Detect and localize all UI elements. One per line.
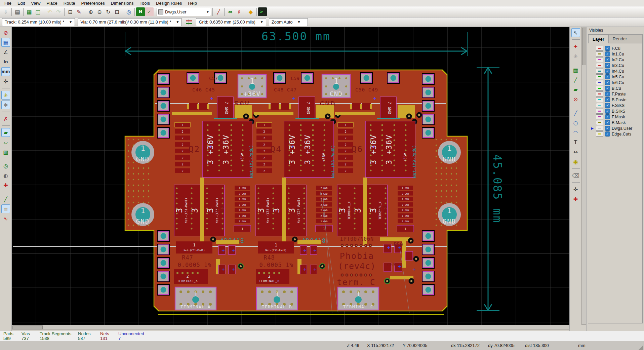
local-ratsnest-icon[interactable]: ✳ <box>571 52 580 61</box>
units-inch-icon[interactable]: In <box>1 57 10 66</box>
layer-selector-combo[interactable]: Dwgs.User ▼ <box>157 8 211 16</box>
layer-visibility-checkbox[interactable]: ✓ <box>605 131 610 137</box>
layer-color-swatch[interactable] <box>596 120 603 125</box>
add-keepout-icon[interactable]: ⊘ <box>571 95 580 104</box>
via-size-select[interactable]: Via: 0.70 mm (27.6 mils)/ 0.30 mm (11.8 … <box>78 18 182 26</box>
layer-visibility-checkbox[interactable]: ✓ <box>605 114 610 119</box>
layer-row-b-paste[interactable]: ✓B.Paste <box>589 97 642 103</box>
drc-off-icon[interactable]: ⊘ <box>1 28 10 37</box>
tab-render[interactable]: Render <box>609 35 631 43</box>
zoom-fit-icon[interactable]: ⊡ <box>113 7 121 16</box>
add-target-icon[interactable]: ◉ <box>571 157 580 166</box>
zoom-select[interactable]: Zoom Auto ▼ <box>269 18 308 26</box>
layer-row-b-mask[interactable]: ✓B.Mask <box>589 120 642 125</box>
save-icon[interactable]: ⇓ <box>1 7 10 16</box>
menu-help[interactable]: Help <box>185 0 200 6</box>
layer-row-in6-cu[interactable]: ✓In6.Cu <box>589 80 642 85</box>
menu-route[interactable]: Route <box>61 0 78 6</box>
layer-color-swatch[interactable] <box>596 46 603 51</box>
track-width-select[interactable]: Track: 0.254 mm (10.00 mils) * ▼ <box>2 18 75 26</box>
module-editor-icon[interactable]: ▦ <box>25 7 34 16</box>
tab-layer[interactable]: Layer <box>588 35 609 43</box>
layer-visibility-checkbox[interactable]: ✓ <box>605 120 610 125</box>
canvas-vscrollbar[interactable] <box>581 27 586 325</box>
pcb-canvas[interactable]: 1GND1GND1GND1GND1+36V1GND1TERMINAL_A1TER… <box>12 27 569 325</box>
menu-file[interactable]: File <box>1 0 14 6</box>
zoom-out-icon[interactable]: ⊖ <box>95 7 104 16</box>
layer-color-swatch[interactable] <box>596 126 603 131</box>
layer-row-in2-cu[interactable]: ✓In2.Cu <box>589 57 642 63</box>
layer-visibility-checkbox[interactable]: ✓ <box>605 103 610 108</box>
layer-color-swatch[interactable] <box>596 91 603 96</box>
layer-row-in3-cu[interactable]: ✓In3.Cu <box>589 63 642 68</box>
add-track-icon[interactable]: ╱ <box>571 75 580 84</box>
layer-visibility-checkbox[interactable]: ✓ <box>605 80 610 85</box>
layer-visibility-checkbox[interactable]: ✓ <box>605 126 610 131</box>
sketch-tracks-icon[interactable]: ╱ <box>1 195 10 203</box>
layer-visibility-checkbox[interactable]: ✓ <box>605 91 610 96</box>
layer-row-dwgs-user[interactable]: ▶✓Dwgs.User <box>589 125 642 131</box>
netlist-icon[interactable]: N <box>136 7 145 16</box>
auto-track-delete-icon[interactable]: ✗ <box>1 114 10 123</box>
show-grid-icon[interactable]: ▦ <box>1 38 10 47</box>
layer-visibility-checkbox[interactable]: ✓ <box>605 109 610 114</box>
layer-row-f-paste[interactable]: ✓F.Paste <box>589 91 642 97</box>
menu-edit[interactable]: Edit <box>14 0 28 6</box>
drc-icon[interactable]: ✓ <box>145 7 154 16</box>
menu-preferences[interactable]: Preferences <box>78 0 108 6</box>
layer-visibility-checkbox[interactable]: ✓ <box>605 63 610 68</box>
layer-color-swatch[interactable] <box>596 57 603 62</box>
grid-origin-icon[interactable]: ✚ <box>571 195 580 203</box>
layer-row-in4-cu[interactable]: ✓In4.Cu <box>589 68 642 74</box>
add-zone-icon[interactable]: ▰ <box>571 85 580 94</box>
layer-row-b-silks[interactable]: ✓B.SilkS <box>589 108 642 114</box>
units-mm-icon[interactable]: mm <box>1 67 10 76</box>
microwave-tools-icon[interactable]: ∿ <box>1 214 10 223</box>
layer-row-b-cu[interactable]: ✓B.Cu <box>589 85 642 91</box>
highlight-net-icon[interactable]: ✦ <box>571 42 580 51</box>
layer-row-in1-cu[interactable]: ✓In1.Cu <box>589 51 642 57</box>
add-line-icon[interactable]: ╱ <box>571 109 580 117</box>
delete-tool-icon[interactable]: ⌫ <box>571 171 580 180</box>
layer-visibility-checkbox[interactable]: ✓ <box>605 74 610 79</box>
layer-visibility-checkbox[interactable]: ✓ <box>605 69 610 74</box>
freeroute-icon[interactable]: ◆ <box>246 7 255 16</box>
find-icon[interactable]: ◎ <box>124 7 133 16</box>
layer-color-swatch[interactable] <box>596 103 603 108</box>
menu-dimensions[interactable]: Dimensions <box>108 0 137 6</box>
zones-outline-icon[interactable]: ▨ <box>1 148 10 156</box>
layer-color-swatch[interactable] <box>596 109 603 114</box>
layer-color-swatch[interactable] <box>596 131 603 137</box>
layer-visibility-checkbox[interactable]: ✓ <box>605 57 610 62</box>
layer-visibility-checkbox[interactable]: ✓ <box>605 46 610 51</box>
page-settings-icon[interactable]: ▤ <box>13 7 22 16</box>
drill-origin-icon[interactable]: ✛ <box>571 185 580 194</box>
layer-row-f-mask[interactable]: ✓F.Mask <box>589 114 642 120</box>
layer-color-swatch[interactable] <box>596 114 603 119</box>
zones-filled-icon[interactable]: ▰ <box>1 128 10 137</box>
footprint-mode-icon[interactable]: ⇔ <box>226 7 235 16</box>
redraw-icon[interactable]: ↻ <box>104 7 113 16</box>
layer-color-swatch[interactable] <box>596 51 603 56</box>
auto-track-width-icon[interactable] <box>185 18 193 27</box>
add-footprint-icon[interactable]: ▦ <box>571 66 580 74</box>
menu-design-rules[interactable]: Design Rules <box>153 0 185 6</box>
layer-color-swatch[interactable] <box>596 86 603 91</box>
resize-grip[interactable] <box>639 345 643 350</box>
menu-tools[interactable]: Tools <box>137 0 153 6</box>
add-circle-icon[interactable]: ○ <box>571 118 580 127</box>
undo-icon[interactable]: ↶ <box>45 7 54 16</box>
sketch-vias-icon[interactable]: ◎ <box>1 161 10 170</box>
layer-color-swatch[interactable] <box>596 69 603 74</box>
layer-color-swatch[interactable] <box>596 63 603 68</box>
layer-visibility-checkbox[interactable]: ✓ <box>605 97 610 102</box>
layer-row-f-cu[interactable]: ✓F.Cu <box>589 45 642 51</box>
zoom-in-icon[interactable]: ⊕ <box>86 7 95 16</box>
print-icon[interactable]: ⊟ <box>66 7 75 16</box>
select-tool-icon[interactable]: ↖ <box>571 28 580 37</box>
grid-size-select[interactable]: Grid: 0.6350 mm (25.00 mils) ▼ <box>196 18 266 26</box>
zones-unfilled-icon[interactable]: ▱ <box>1 138 10 147</box>
track-cut-icon[interactable]: ╱ <box>214 7 223 16</box>
plot-icon[interactable]: ✎ <box>75 7 83 16</box>
layer-row-in5-cu[interactable]: ✓In5.Cu <box>589 74 642 80</box>
